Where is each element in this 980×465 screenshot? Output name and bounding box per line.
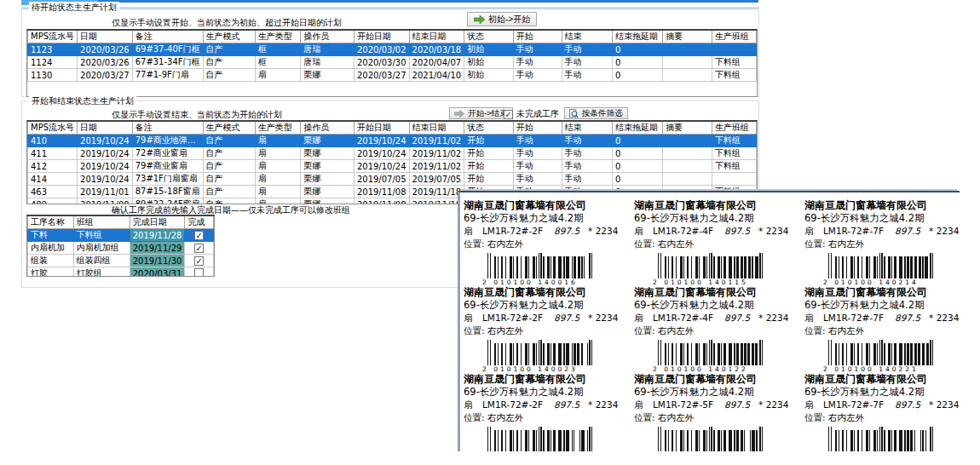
- label-company-name: 湖南亘晟门窗幕墙有限公司: [804, 373, 960, 386]
- column-header[interactable]: 日期: [78, 122, 133, 135]
- barcode-digits: 2 010100 140016: [482, 278, 634, 286]
- column-header[interactable]: 生产类型: [255, 31, 301, 43]
- column-header[interactable]: 生产模式: [203, 122, 255, 135]
- table-row[interactable]: 4122019/10/2479#商业窗扇自产扇栗娜2019/10/242019/…: [28, 160, 757, 173]
- column-header[interactable]: 摘要: [663, 122, 712, 135]
- label-company-name: 湖南亘晟门窗幕墙有限公司: [634, 199, 804, 212]
- cell: 2020/03/30: [354, 56, 409, 69]
- label-item-type: 扇: [464, 312, 482, 324]
- cell: 77#1-9F门扇: [132, 69, 203, 82]
- cell: 下料组: [712, 69, 756, 82]
- done-checkbox[interactable]: ✓: [194, 256, 204, 266]
- label-position-value: 右内左外: [487, 238, 523, 249]
- column-header[interactable]: 完成: [185, 216, 214, 229]
- column-header[interactable]: 结束拖延期: [612, 31, 662, 43]
- column-header[interactable]: 结束: [562, 31, 612, 43]
- done-checkbox[interactable]: [194, 268, 204, 278]
- table-row[interactable]: 下料下料组2019/11/28✓: [28, 229, 214, 242]
- column-header[interactable]: 生产类型: [255, 122, 301, 135]
- label-size: 897.5: [724, 312, 750, 324]
- column-header[interactable]: 备注: [132, 122, 203, 135]
- barcode-digits: 2 010100 140214: [823, 278, 960, 286]
- column-header[interactable]: 开始日期: [354, 122, 409, 135]
- cell: 2019/11/08: [354, 186, 409, 198]
- cell: 栗娜: [301, 135, 355, 147]
- label-company-name: 湖南亘晟门窗幕墙有限公司: [804, 286, 960, 299]
- cell: 初始: [464, 56, 514, 69]
- column-header[interactable]: 结束拖延期: [612, 122, 662, 135]
- column-header[interactable]: 工序名称: [28, 216, 74, 229]
- column-header[interactable]: 结束: [562, 122, 612, 135]
- label-project-name: 69-长沙万科魅力之城4.2期: [804, 299, 960, 312]
- label-position-caption: 位置:: [464, 412, 485, 422]
- column-header[interactable]: 日期: [78, 31, 133, 43]
- barcode-image: [487, 427, 634, 451]
- barcode-image: [487, 253, 634, 278]
- column-header[interactable]: 班组: [73, 216, 130, 229]
- label-position-caption: 位置:: [804, 412, 826, 422]
- label-item-row: 扇 LM1R-72#-4F 897.5 * 2234: [634, 312, 804, 324]
- done-checkbox[interactable]: ✓: [194, 231, 204, 240]
- init-to-start-button[interactable]: 初始->开始: [467, 12, 537, 26]
- barcode-label: 湖南亘晟门窗幕墙有限公司 69-长沙万科魅力之城4.2期 扇 LM1R-72#-…: [464, 199, 634, 279]
- label-position-caption: 位置:: [634, 325, 655, 336]
- table-row[interactable]: 4142019/10/2473#1F门扇窗扇自产扇栗娜2019/07/05201…: [28, 173, 757, 186]
- cell: 手动: [562, 69, 612, 82]
- table-row[interactable]: 11232020/03/2669#37-40F门框自产框唐瑞2020/03/02…: [28, 43, 757, 56]
- label-size: 897.5: [895, 225, 920, 238]
- cell: 79#商业窗扇: [132, 160, 203, 173]
- column-header[interactable]: 生产模式: [203, 31, 255, 43]
- label-company-name: 湖南亘晟门窗幕墙有限公司: [804, 199, 960, 212]
- filter-by-condition-button[interactable]: 按条件筛选: [564, 107, 628, 119]
- cell: 1124: [28, 56, 78, 69]
- column-header[interactable]: 结束日期: [409, 31, 464, 43]
- label-model: LM1R-72#-2F: [482, 399, 554, 411]
- barcode-labels-panel: 湖南亘晟门窗幕墙有限公司 69-长沙万科魅力之城4.2期 扇 LM1R-72#-…: [458, 191, 960, 451]
- table-row[interactable]: 4112019/10/2472#商业窗扇自产扇栗娜2019/10/242019/…: [28, 147, 757, 160]
- column-header[interactable]: 备注: [132, 31, 203, 43]
- unfinished-process-checkbox[interactable]: ✓: [504, 110, 513, 119]
- cell: 2020/04/07: [409, 56, 464, 69]
- label-project-name: 69-长沙万科魅力之城4.2期: [464, 386, 634, 399]
- cell: 唐瑞: [301, 56, 355, 69]
- cell: 初始: [464, 43, 514, 56]
- column-header[interactable]: 结束日期: [409, 122, 464, 135]
- barcode-image: [828, 427, 960, 451]
- column-header[interactable]: 操作员: [301, 122, 355, 135]
- column-header[interactable]: 开始日期: [354, 31, 409, 43]
- label-item-type: 扇: [634, 225, 653, 238]
- column-header[interactable]: 操作员: [301, 31, 355, 43]
- column-header[interactable]: 完成日期: [130, 216, 185, 229]
- label-company-name: 湖南亘晟门窗幕墙有限公司: [464, 373, 634, 386]
- unfinished-process-checkbox-row: ✓ 未完成工序: [504, 108, 559, 120]
- table-row[interactable]: 组装组装四组2019/11/30✓: [28, 255, 214, 267]
- barcode-label: 湖南亘晟门窗幕墙有限公司 69-长沙万科魅力之城4.2期 扇 LM1R-72#-…: [634, 199, 804, 279]
- app-window: 待开始状态主生产计划 仅显示手动设置开始、当前状态为初始、超过开始日期的计划 初…: [0, 0, 980, 465]
- column-header[interactable]: MPS流水号: [28, 122, 78, 135]
- table-row[interactable]: 内扇机加内扇机加组2019/11/29✓: [28, 242, 214, 255]
- table-row[interactable]: 11302020/03/2777#1-9F门扇自产扇栗娜2020/03/2720…: [28, 69, 757, 82]
- cell: 2019/11/18: [409, 186, 464, 198]
- column-header[interactable]: 状态: [464, 31, 514, 43]
- column-header[interactable]: 开始: [513, 31, 562, 43]
- column-header[interactable]: 摘要: [663, 31, 712, 43]
- column-header[interactable]: 状态: [464, 122, 514, 135]
- label-qty: * 2234: [588, 225, 618, 238]
- cell: 手动: [562, 43, 612, 56]
- column-header[interactable]: 生产班组: [712, 122, 756, 135]
- cell: 0: [612, 160, 662, 173]
- table-row[interactable]: 4102019/10/2479#商业地弹…自产扇栗娜2019/10/242019…: [28, 135, 757, 147]
- column-header[interactable]: 开始: [513, 122, 562, 135]
- table-row[interactable]: 11242020/03/2667#31-34F门框自产框唐瑞2020/03/30…: [28, 56, 757, 69]
- label-item-row: 扇 LM1R-72#-7F 897.5 * 2234: [804, 312, 960, 324]
- column-header[interactable]: MPS流水号: [28, 31, 78, 43]
- cell: 手动: [513, 160, 562, 173]
- label-project-name: 69-长沙万科魅力之城4.2期: [634, 212, 804, 225]
- cell: 2019/11/08: [354, 198, 409, 205]
- column-header[interactable]: 生产班组: [712, 31, 756, 43]
- cell: 框: [255, 43, 301, 56]
- cell: 栗娜: [301, 173, 355, 186]
- table-row[interactable]: 打胶打胶组2020/03/31: [28, 267, 214, 278]
- label-position-row: 位置: 右内左外: [634, 324, 804, 337]
- done-checkbox[interactable]: ✓: [194, 244, 204, 253]
